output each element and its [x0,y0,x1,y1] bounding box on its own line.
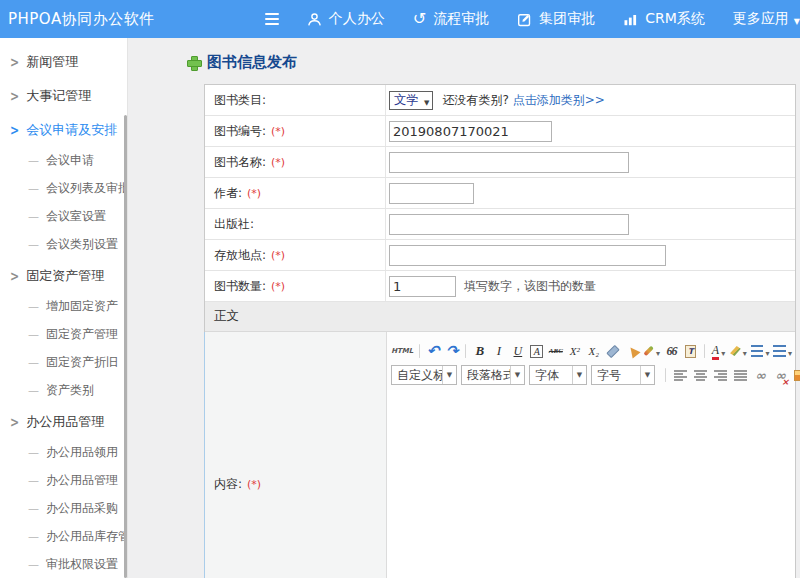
align-left-icon[interactable] [672,367,689,384]
page-title-bar: 图书信息发布 [187,53,800,72]
sidebar-item-supply-purchase[interactable]: — 办公用品采购 [0,494,127,522]
item-prefix-icon: — [28,328,39,341]
sidebar-item-asset-manage[interactable]: — 固定资产管理 [0,320,127,348]
ordered-list-icon[interactable] [750,343,771,360]
insert-image-icon[interactable] [792,367,800,384]
sidebar-item-meeting-list[interactable]: — 会议列表及审批 [0,174,127,202]
chart-icon [623,12,638,27]
eraser-icon[interactable] [604,343,621,360]
bold-button[interactable]: B [471,343,488,360]
nav-more-apps[interactable]: 更多应用 [733,10,800,28]
align-center-icon[interactable] [692,367,709,384]
paragraph-format-select[interactable]: 段落格式 [461,365,525,385]
nav-crm-system[interactable]: CRM系统 [623,10,705,28]
hamburger-menu-icon[interactable] [265,13,279,25]
sidebar-group-supplies[interactable]: > 办公用品管理 [0,404,127,438]
italic-button[interactable]: I [490,343,507,360]
add-plus-icon [187,56,200,69]
sidebar-scrollbar[interactable] [124,115,127,578]
quantity-row: 图书数量: (*) 填写数字，该图书的数量 [205,271,795,302]
font-border-button[interactable]: A [528,343,545,360]
sidebar-item-supply-stock[interactable]: — 办公用品库存管理 [0,522,127,550]
paste-plain-icon[interactable]: T [682,343,699,360]
form-rows: 图书编号: (*) 图书名称: (*) [205,116,795,302]
toolbar-separator[interactable] [704,344,705,358]
undo-icon[interactable]: ↶ [424,343,441,360]
font-size-select[interactable]: 字号 [591,365,655,385]
text-input[interactable] [389,276,456,297]
text-input[interactable] [389,245,666,266]
sidebar-item-label: 新闻管理 [26,53,78,71]
link-icon[interactable]: ∞ [752,367,769,384]
item-prefix-icon: — [28,502,39,515]
editor-content[interactable] [387,390,795,578]
highlight-color-icon[interactable] [729,343,748,360]
item-prefix-icon: — [28,154,39,167]
item-prefix-icon: — [28,300,39,313]
font-color-button[interactable]: A [710,343,727,360]
text-input[interactable] [389,214,629,235]
category-select[interactable]: 文学 [389,91,433,110]
nav-label: 更多应用 [733,10,789,28]
font-family-select[interactable]: 字体 [529,365,587,385]
subscript-button[interactable]: X₂ [585,343,602,360]
sidebar-item-asset-type[interactable]: — 资产类别 [0,376,127,404]
sidebar-group-assets[interactable]: > 固定资产管理 [0,258,127,292]
text-input[interactable] [389,152,629,173]
sidebar-group-events[interactable]: > 大事记管理 [0,78,127,112]
sidebar-item-asset-depreciation[interactable]: — 固定资产折旧 [0,348,127,376]
sidebar-item-supply-manage[interactable]: — 办公用品管理 [0,466,127,494]
blockquote-button[interactable]: 66 [663,343,680,360]
toolbar-separator[interactable] [419,344,420,358]
toolbar-separator[interactable] [665,368,666,382]
text-input[interactable] [389,121,552,142]
unlink-icon[interactable]: ∞ [772,367,789,384]
unordered-list-icon[interactable] [772,343,793,360]
sidebar-item-meeting-apply[interactable]: — 会议申请 [0,146,127,174]
required-mark: (*) [271,249,285,262]
nav-personal-office[interactable]: 个人办公 [307,10,385,28]
sidebar-item-supply-use[interactable]: — 办公用品领用 [0,438,127,466]
custom-title-select[interactable]: 自定义标题 [391,365,457,385]
nav-label: 集团审批 [539,10,595,28]
autotypeset-icon[interactable] [642,343,661,360]
sidebar-item-meeting-room[interactable]: — 会议室设置 [0,202,127,230]
item-prefix-icon: — [28,182,39,195]
add-category-link[interactable]: 点击添加类别>> [513,92,605,109]
sidebar: > 新闻管理 > 大事记管理 > 会议申请及安排 — 会议申请 — 会议列表及审… [0,38,128,578]
sidebar-group-meeting[interactable]: > 会议申请及安排 [0,112,127,146]
source-code-button[interactable]: HTML [391,343,414,360]
edit-icon [517,12,532,27]
redo-icon[interactable]: ↷ [443,343,460,360]
toolbar-select-value: 自定义标题 [392,367,442,384]
main-content: 图书信息发布 图书类目: 文学 还没有类别? 点击添加类别>> 图书编号 [129,38,800,578]
item-prefix-icon: > [10,414,19,430]
top-nav: 个人办公 ↺ 流程审批 集团审批 CRM系统 更多应用 [307,10,800,28]
align-right-icon[interactable] [712,367,729,384]
required-mark: (*) [271,280,285,293]
superscript-button[interactable]: X² [566,343,583,360]
toolbar-separator[interactable] [465,344,466,358]
nav-workflow-approval[interactable]: ↺ 流程审批 [413,10,489,28]
rich-text-editor: HTML ↶ [387,332,795,578]
sidebar-item-asset-add[interactable]: — 增加固定资产 [0,292,127,320]
sidebar-item-meeting-type[interactable]: — 会议类别设置 [0,230,127,258]
category-row: 图书类目: 文学 还没有类别? 点击添加类别>> [205,85,795,116]
nav-group-approval[interactable]: 集团审批 [517,10,595,28]
item-prefix-icon: — [28,238,39,251]
sidebar-item-label: 资产类别 [46,382,94,399]
text-input[interactable] [389,183,474,204]
underline-button[interactable]: U [509,343,526,360]
format-painter-icon[interactable] [623,343,640,360]
item-prefix-icon: — [28,356,39,369]
sidebar-item-label: 会议类别设置 [46,236,118,253]
sidebar-item-supply-approval[interactable]: — 审批权限设置 [0,550,127,578]
sidebar-group-news[interactable]: > 新闻管理 [0,44,127,78]
strikethrough-button[interactable]: ABC [547,343,564,360]
toolbar-row-2: 自定义标题 段落格式 字体 [391,364,793,386]
dropdown-caret-icon [794,11,800,27]
publisher-row: 出版社: [205,209,795,240]
item-prefix-icon: — [28,558,39,571]
field-label: 存放地点: [214,247,266,264]
align-justify-icon[interactable] [732,367,749,384]
